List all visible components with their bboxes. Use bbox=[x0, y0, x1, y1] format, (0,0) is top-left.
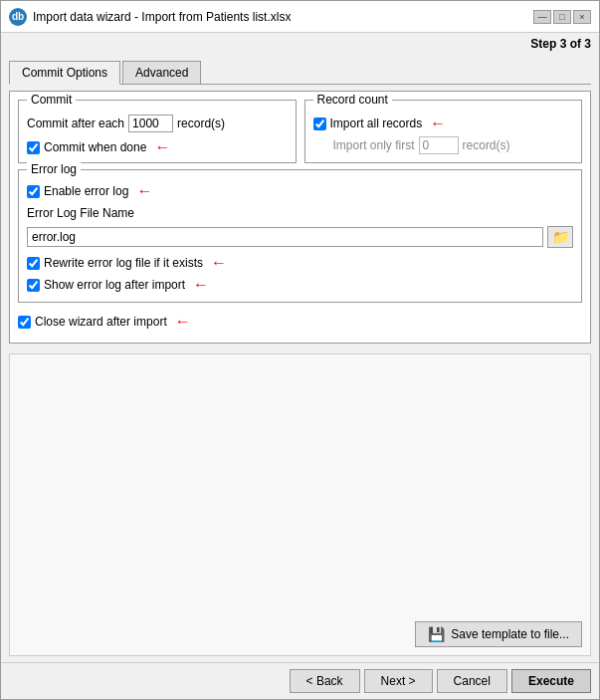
import-only-suffix: record(s) bbox=[463, 138, 510, 152]
folder-icon: 📁 bbox=[552, 229, 569, 245]
top-row: Commit Commit after each record(s) Commi… bbox=[18, 100, 582, 163]
record-count-title: Record count bbox=[313, 93, 392, 107]
cancel-button[interactable]: Cancel bbox=[437, 669, 507, 693]
app-icon: db bbox=[9, 8, 27, 26]
step-label: Step 3 of 3 bbox=[1, 33, 599, 55]
import-all-row: Import all records ← bbox=[313, 115, 574, 132]
enable-error-log-checkbox[interactable] bbox=[27, 185, 40, 198]
commit-group: Commit Commit after each record(s) Commi… bbox=[18, 100, 297, 163]
error-log-title: Error log bbox=[27, 162, 81, 176]
enable-error-log-arrow: ← bbox=[136, 182, 152, 200]
commit-group-title: Commit bbox=[27, 93, 76, 107]
minimize-button[interactable]: — bbox=[533, 10, 551, 24]
file-name-row: 📁 bbox=[27, 226, 573, 248]
back-button[interactable]: < Back bbox=[290, 669, 360, 693]
file-name-label: Error Log File Name bbox=[27, 206, 573, 220]
close-wizard-row: Close wizard after import ← bbox=[18, 309, 582, 335]
show-error-log-row: Show error log after import ← bbox=[27, 276, 573, 294]
enable-error-log-label[interactable]: Enable error log bbox=[44, 184, 128, 198]
tab-commit-options[interactable]: Commit Options bbox=[9, 61, 120, 85]
main-panel: Commit Commit after each record(s) Commi… bbox=[9, 91, 591, 344]
rewrite-row: Rewrite error log file if it exists ← bbox=[27, 254, 573, 272]
title-bar: db Import data wizard - Import from Pati… bbox=[1, 1, 599, 33]
save-template-label: Save template to file... bbox=[451, 627, 569, 641]
content-area: Commit Options Advanced Commit Commit af… bbox=[1, 55, 599, 662]
show-error-log-arrow: ← bbox=[193, 276, 209, 294]
commit-when-done-label[interactable]: Commit when done bbox=[44, 140, 146, 154]
show-error-log-checkbox[interactable] bbox=[27, 279, 40, 292]
show-error-log-label[interactable]: Show error log after import bbox=[44, 278, 185, 292]
commit-when-done-checkbox[interactable] bbox=[27, 141, 40, 154]
tabs: Commit Options Advanced bbox=[9, 61, 591, 85]
error-log-group: Error log Enable error log ← Error Log F… bbox=[18, 169, 582, 303]
import-only-label: Import only first bbox=[333, 138, 415, 152]
import-all-checkbox[interactable] bbox=[313, 117, 326, 130]
execute-button[interactable]: Execute bbox=[511, 669, 591, 693]
close-wizard-arrow: ← bbox=[175, 313, 191, 331]
commit-after-row: Commit after each record(s) bbox=[27, 115, 288, 132]
window-title: Import data wizard - Import from Patient… bbox=[33, 10, 291, 24]
close-wizard-checkbox[interactable] bbox=[18, 316, 31, 329]
title-controls: — □ × bbox=[533, 10, 591, 24]
records-label: record(s) bbox=[177, 117, 225, 130]
template-section: 💾 Save template to file... bbox=[9, 353, 591, 656]
rewrite-arrow: ← bbox=[211, 254, 227, 272]
tab-advanced[interactable]: Advanced bbox=[122, 61, 201, 84]
rewrite-checkbox[interactable] bbox=[27, 257, 40, 270]
commit-after-label: Commit after each bbox=[27, 117, 124, 130]
next-button[interactable]: Next > bbox=[364, 669, 433, 693]
error-log-file-input[interactable] bbox=[27, 227, 543, 247]
commit-when-done-row: Commit when done ← bbox=[27, 138, 288, 156]
bottom-bar: < Back Next > Cancel Execute bbox=[1, 662, 599, 699]
import-only-input[interactable] bbox=[419, 136, 459, 154]
import-only-row: Import only first record(s) bbox=[313, 136, 574, 154]
restore-button[interactable]: □ bbox=[553, 10, 571, 24]
browse-folder-button[interactable]: 📁 bbox=[547, 226, 573, 248]
main-window: db Import data wizard - Import from Pati… bbox=[0, 0, 600, 700]
commit-when-done-arrow: ← bbox=[154, 138, 170, 156]
commit-after-input[interactable] bbox=[128, 115, 173, 132]
save-icon: 💾 bbox=[428, 626, 445, 642]
enable-error-log-row: Enable error log ← bbox=[27, 182, 573, 200]
import-all-label[interactable]: Import all records bbox=[330, 117, 423, 130]
record-count-group: Record count Import all records ← Import… bbox=[304, 100, 583, 163]
title-bar-left: db Import data wizard - Import from Pati… bbox=[9, 8, 291, 26]
save-template-button[interactable]: 💾 Save template to file... bbox=[415, 621, 582, 647]
rewrite-label[interactable]: Rewrite error log file if it exists bbox=[44, 256, 203, 270]
import-all-arrow: ← bbox=[430, 115, 446, 132]
close-wizard-label[interactable]: Close wizard after import bbox=[35, 315, 167, 329]
close-button[interactable]: × bbox=[573, 10, 591, 24]
